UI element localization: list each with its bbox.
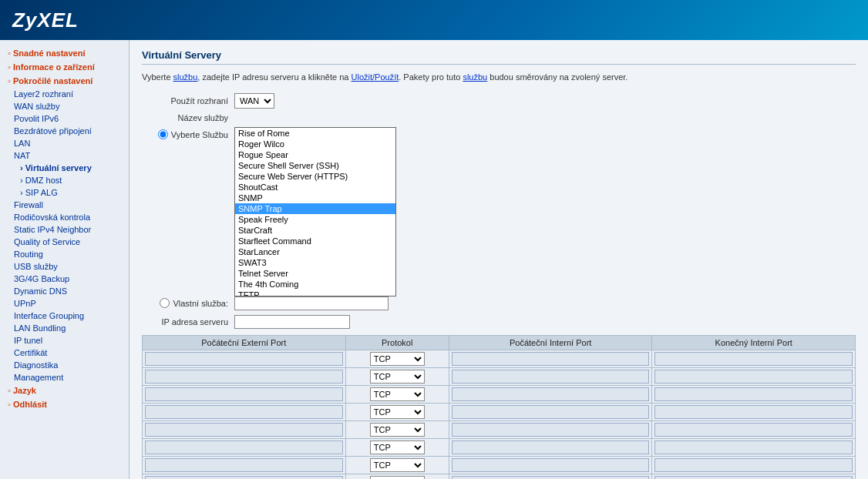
- int-end-port-input[interactable]: [654, 370, 853, 384]
- cell-protocol: TCPUDPTCP/UDP: [345, 474, 449, 479]
- sidebar-item-layer2[interactable]: Layer2 rozhraní: [0, 88, 129, 100]
- sidebar-item-rodic[interactable]: Rodičovská kontrola: [0, 211, 129, 223]
- protocol-select[interactable]: TCPUDPTCP/UDP: [370, 352, 425, 366]
- sidebar-item-upnp[interactable]: UPnP: [0, 297, 129, 310]
- custom-service-input[interactable]: [234, 296, 389, 310]
- sidebar-item-jazyk[interactable]: Jazyk: [0, 384, 129, 397]
- ext-port-input[interactable]: [145, 440, 343, 454]
- dropdown-item-snmp[interactable]: SNMP: [235, 193, 395, 203]
- sidebar-item-static[interactable]: Static IPv4 Neighbor: [0, 223, 129, 236]
- int-start-port-input[interactable]: [452, 458, 650, 472]
- dropdown-item-telnet[interactable]: Telnet Server: [235, 268, 395, 279]
- sidebar-item-firewall[interactable]: Firewall: [0, 199, 129, 211]
- radio-custom-service[interactable]: [160, 298, 170, 308]
- sidebar-item-usb[interactable]: USB služby: [0, 260, 129, 273]
- sidebar-item-virtual[interactable]: Virtuální servery: [0, 162, 129, 174]
- int-end-port-input[interactable]: [654, 352, 853, 366]
- int-start-port-input[interactable]: [452, 370, 650, 384]
- dropdown-item-snmptrap[interactable]: SNMP Trap: [235, 203, 395, 214]
- protocol-select[interactable]: TCPUDPTCP/UDP: [370, 423, 425, 437]
- dropdown-item-ssh[interactable]: Secure Shell Server (SSH): [235, 160, 395, 171]
- sidebar-item-iptun[interactable]: IP tunel: [0, 334, 129, 347]
- sidebar-item-diag[interactable]: Diagnostika: [0, 359, 129, 371]
- sidebar-item-informace[interactable]: Informace o zařízení: [0, 60, 129, 74]
- int-end-port-input[interactable]: [654, 458, 853, 472]
- cell-protocol: TCPUDPTCP/UDP: [345, 350, 449, 367]
- sidebar-item-ipv6[interactable]: Povolit IPv6: [0, 112, 129, 125]
- service-dropdown-list[interactable]: Rise of Rome Roger Wilco Rogue Spear Sec…: [234, 127, 396, 296]
- sidebar-item-igroup[interactable]: Interface Grouping: [0, 310, 129, 322]
- dropdown-item-roger[interactable]: Roger Wilco: [235, 139, 395, 149]
- cell-protocol: TCPUDPTCP/UDP: [345, 367, 449, 385]
- ext-port-input[interactable]: [145, 387, 343, 401]
- ext-port-input[interactable]: [145, 405, 343, 419]
- sidebar-item-routing[interactable]: Routing: [0, 248, 129, 260]
- int-end-port-input[interactable]: [654, 423, 853, 437]
- int-end-port-input[interactable]: [654, 440, 853, 454]
- cell-int-end-port: [652, 420, 856, 438]
- sidebar-item-pokrocile[interactable]: Pokročilé nastavení: [0, 74, 129, 88]
- dropdown-item-4thcoming[interactable]: The 4th Coming: [235, 279, 395, 290]
- int-start-port-input[interactable]: [452, 387, 650, 401]
- int-start-port-input[interactable]: [452, 352, 650, 366]
- dropdown-item-shoutcast[interactable]: ShoutCast: [235, 182, 395, 193]
- int-start-port-input[interactable]: [452, 405, 650, 419]
- ext-port-input[interactable]: [145, 370, 343, 384]
- table-row: TCPUDPTCP/UDP: [143, 456, 856, 474]
- desc-link-sluzbu2[interactable]: službu: [463, 72, 487, 82]
- dropdown-wrapper: Secure Shell Server (SSH) ▼ Rise of Rome…: [234, 127, 396, 142]
- sidebar-item-lanbund[interactable]: LAN Bundling: [0, 322, 129, 334]
- protocol-select[interactable]: TCPUDPTCP/UDP: [370, 387, 425, 401]
- dropdown-item-starfleet[interactable]: Starfleet Command: [235, 236, 395, 246]
- cell-int-end-port: [652, 367, 856, 385]
- desc-link-ulozit[interactable]: Uložit/Použít: [352, 72, 399, 82]
- protocol-select[interactable]: TCPUDPTCP/UDP: [370, 370, 425, 384]
- ext-port-input[interactable]: [145, 352, 343, 366]
- int-end-port-input[interactable]: [654, 387, 853, 401]
- int-end-port-input[interactable]: [654, 476, 853, 480]
- table-row: TCPUDPTCP/UDP: [143, 474, 856, 479]
- sidebar-item-wan[interactable]: WAN služby: [0, 100, 129, 112]
- dropdown-item-speakfreely[interactable]: Speak Freely: [235, 214, 395, 225]
- dropdown-item-starlancer[interactable]: StarLancer: [235, 246, 395, 257]
- col-header-protocol: Protokol: [345, 335, 449, 350]
- sidebar-item-snadne[interactable]: Snadné nastavení: [0, 46, 129, 60]
- protocol-select[interactable]: TCPUDPTCP/UDP: [370, 476, 425, 480]
- cell-int-start-port: [449, 420, 652, 438]
- ext-port-input[interactable]: [145, 476, 343, 480]
- sidebar-item-sip[interactable]: SIP ALG: [0, 186, 129, 199]
- ext-port-input[interactable]: [145, 423, 343, 437]
- header: ZyXEL: [0, 0, 868, 40]
- ext-port-input[interactable]: [145, 458, 343, 472]
- sidebar-item-bezdr[interactable]: Bezdrátové připojení: [0, 125, 129, 137]
- int-start-port-input[interactable]: [452, 423, 650, 437]
- protocol-select[interactable]: TCPUDPTCP/UDP: [370, 405, 425, 419]
- radio-select-service[interactable]: [158, 129, 168, 139]
- dropdown-item-rise[interactable]: Rise of Rome: [235, 128, 395, 139]
- sidebar-item-qos[interactable]: Quality of Service: [0, 236, 129, 248]
- protocol-select[interactable]: TCPUDPTCP/UDP: [370, 440, 425, 454]
- sidebar-item-ddns[interactable]: Dynamic DNS: [0, 285, 129, 297]
- desc-link-sluzbu[interactable]: službu: [173, 72, 198, 82]
- cell-ext-port: [143, 474, 346, 479]
- dropdown-item-tftp[interactable]: TFTP: [235, 290, 395, 296]
- dropdown-item-swat3[interactable]: SWAT3: [235, 257, 395, 268]
- dropdown-item-starcraft[interactable]: StarCraft: [235, 225, 395, 236]
- dropdown-item-rogue[interactable]: Rogue Spear: [235, 149, 395, 160]
- ip-input[interactable]: [234, 315, 350, 329]
- sidebar-item-dmz[interactable]: DMZ host: [0, 174, 129, 186]
- int-start-port-input[interactable]: [452, 476, 650, 480]
- sidebar-item-mgmt[interactable]: Management: [0, 371, 129, 384]
- int-end-port-input[interactable]: [654, 405, 853, 419]
- int-start-port-input[interactable]: [452, 440, 650, 454]
- sidebar-item-odhlasit[interactable]: Odhlásit: [0, 397, 129, 411]
- sidebar-item-nat[interactable]: NAT: [0, 149, 129, 162]
- dropdown-item-https[interactable]: Secure Web Server (HTTPS): [235, 171, 395, 182]
- cell-ext-port: [143, 456, 346, 474]
- sidebar-item-3g4g[interactable]: 3G/4G Backup: [0, 273, 129, 285]
- protocol-select[interactable]: TCPUDPTCP/UDP: [370, 458, 425, 472]
- cell-int-start-port: [449, 474, 652, 479]
- sidebar-item-cert[interactable]: Certifikát: [0, 347, 129, 359]
- interface-select[interactable]: WAN: [234, 93, 274, 109]
- sidebar-item-lan[interactable]: LAN: [0, 137, 129, 149]
